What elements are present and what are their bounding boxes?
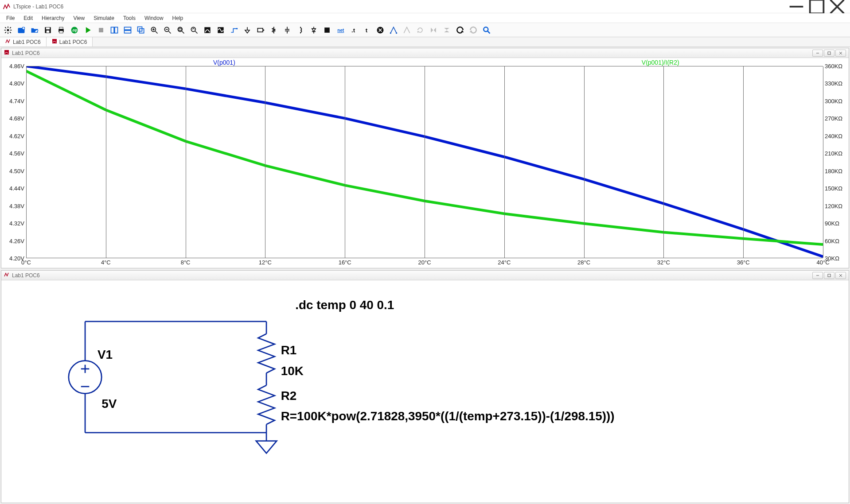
- close-button[interactable]: [827, 0, 847, 13]
- svg-point-74: [396, 32, 397, 34]
- pane-close-button[interactable]: [835, 50, 846, 57]
- tile-horiz-icon[interactable]: [121, 24, 134, 36]
- log-icon[interactable]: [201, 24, 214, 36]
- document-tabs: Lab1 POC6 Lab1 POC6: [0, 37, 850, 47]
- inductor-icon[interactable]: [294, 24, 307, 36]
- plot-pane-title: Lab1 POC6: [12, 50, 40, 56]
- run-icon[interactable]: [82, 24, 94, 36]
- y-left-tick: 4.74V: [9, 97, 24, 104]
- delete-icon[interactable]: [374, 24, 386, 36]
- menu-tools[interactable]: Tools: [119, 14, 140, 22]
- x-tick: 36°C: [737, 259, 750, 266]
- ground-icon[interactable]: [241, 24, 253, 36]
- minimize-button[interactable]: [786, 0, 807, 13]
- svg-marker-25: [86, 27, 91, 33]
- y-right-tick: 120KΩ: [825, 202, 842, 209]
- y-left-tick: 4.38V: [9, 202, 24, 209]
- zoom-in-icon[interactable]: [148, 24, 160, 36]
- schematic-tab-icon: [5, 39, 11, 45]
- svg-rect-32: [140, 28, 144, 33]
- svg-rect-18: [46, 27, 50, 29]
- menu-edit[interactable]: Edit: [19, 14, 37, 22]
- redo-icon[interactable]: [467, 24, 480, 36]
- drag-icon[interactable]: [401, 24, 413, 36]
- print-icon[interactable]: [55, 24, 67, 36]
- pane-minimize-button[interactable]: [812, 50, 823, 57]
- svg-marker-81: [470, 30, 473, 32]
- new-schematic-icon[interactable]: [15, 24, 27, 36]
- svg-point-82: [483, 27, 488, 31]
- trace-legend-right[interactable]: V(p001)/I(R2): [642, 59, 679, 66]
- netlabel-icon[interactable]: [254, 24, 267, 36]
- menu-file[interactable]: File: [2, 14, 19, 22]
- y-left-tick: 4.56V: [9, 150, 24, 157]
- open-icon[interactable]: [28, 24, 41, 36]
- svg-line-11: [5, 32, 6, 33]
- svg-rect-87: [828, 52, 831, 54]
- y-right-tick: 180KΩ: [825, 167, 842, 174]
- doc-tab-schematic[interactable]: Lab1 POC6: [0, 37, 47, 47]
- zoom-fit-icon[interactable]: [175, 24, 187, 36]
- cascade-icon[interactable]: [135, 24, 147, 36]
- x-tick: 0°C: [21, 259, 31, 266]
- save-icon[interactable]: [42, 24, 54, 36]
- component-icon[interactable]: [321, 24, 333, 36]
- svg-rect-19: [47, 30, 50, 32]
- svg-rect-29: [125, 27, 131, 30]
- svg-point-47: [236, 28, 238, 29]
- diode-icon[interactable]: [308, 24, 320, 36]
- capacitor-icon[interactable]: [281, 24, 293, 36]
- svg-marker-57: [312, 28, 316, 31]
- sine-icon[interactable]: [214, 24, 227, 36]
- schematic-canvas[interactable]: .dc temp 0 40 0.1 V1 5V R1 10K R2 R=100K…: [1, 280, 849, 503]
- tile-vert-icon[interactable]: [108, 24, 121, 36]
- pane-maximize-button[interactable]: [824, 50, 834, 57]
- mirror-horiz-icon[interactable]: [441, 24, 453, 36]
- resistor-icon[interactable]: [268, 24, 280, 36]
- window-title: LTspice - Lab1 POC6: [13, 4, 63, 10]
- svg-rect-30: [125, 30, 131, 33]
- zoom-last-icon[interactable]: [188, 24, 200, 36]
- pane-maximize-button[interactable]: [824, 272, 834, 279]
- x-tick: 24°C: [498, 259, 511, 266]
- svg-rect-1: [810, 0, 824, 13]
- trace-legend-left[interactable]: V(p001): [213, 59, 235, 66]
- menu-simulate[interactable]: Simulate: [89, 14, 119, 22]
- doc-tab-label: Lab1 POC6: [59, 39, 87, 45]
- svg-rect-27: [111, 27, 114, 33]
- wire-icon[interactable]: [228, 24, 240, 36]
- menu-help[interactable]: Help: [168, 14, 188, 22]
- comment-icon[interactable]: t: [361, 24, 373, 36]
- find-icon[interactable]: [480, 24, 493, 36]
- zoom-out-icon[interactable]: [161, 24, 174, 36]
- stop-icon[interactable]: [95, 24, 107, 36]
- plot-area[interactable]: V(p001) V(p001)/I(R2) 4.20V4.26V4.32V4.3…: [1, 58, 849, 268]
- svg-rect-50: [257, 28, 263, 31]
- x-tick: 40°C: [816, 259, 829, 266]
- pane-close-button[interactable]: [835, 272, 846, 279]
- undo-icon[interactable]: [454, 24, 466, 36]
- maximize-button[interactable]: [807, 0, 827, 13]
- y-left-tick: 4.86V: [9, 63, 24, 70]
- doc-tab-plot[interactable]: Lab1 POC6: [47, 37, 93, 47]
- pane-minimize-button[interactable]: [812, 272, 823, 279]
- dotop-icon[interactable]: .op: [68, 24, 81, 36]
- menu-window[interactable]: Window: [140, 14, 168, 22]
- svg-rect-21: [59, 27, 63, 29]
- svg-marker-78: [444, 28, 449, 30]
- menu-bar: File Edit Hierarchy View Simulate Tools …: [0, 13, 850, 23]
- x-tick: 12°C: [259, 259, 272, 266]
- app-icon: [3, 3, 11, 11]
- plot-pane-icon: [4, 50, 9, 56]
- menu-hierarchy[interactable]: Hierarchy: [37, 14, 69, 22]
- netname-icon[interactable]: net: [334, 24, 347, 36]
- spice-dir-icon[interactable]: .t: [347, 24, 360, 36]
- move-icon[interactable]: [387, 24, 400, 36]
- svg-text:.t: .t: [351, 27, 355, 34]
- mirror-vert-icon[interactable]: [427, 24, 440, 36]
- rotate-icon[interactable]: [414, 24, 426, 36]
- settings-icon[interactable]: [2, 24, 14, 36]
- menu-view[interactable]: View: [69, 14, 89, 22]
- x-tick: 16°C: [339, 259, 351, 266]
- x-tick: 8°C: [181, 259, 191, 266]
